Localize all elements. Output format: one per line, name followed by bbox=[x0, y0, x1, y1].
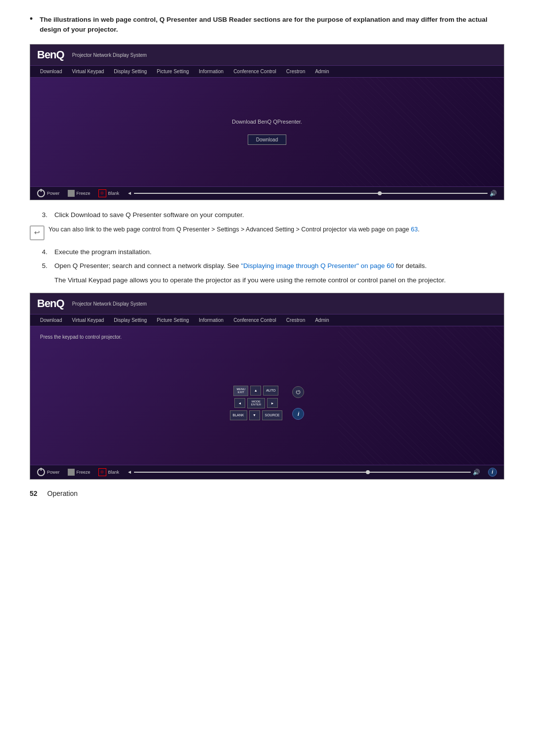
download-area: Download BenQ QPresenter. Download bbox=[232, 119, 302, 145]
note-body: You can also link to the web page contro… bbox=[48, 226, 411, 233]
benq-subtitle-2: Projector Network Display System bbox=[72, 300, 147, 307]
volume-slider-2[interactable]: ◄ 🔊 bbox=[127, 469, 480, 476]
note-period: . bbox=[418, 226, 419, 233]
nav-crestron-2[interactable]: Crestron bbox=[281, 314, 310, 326]
slider-line-2 bbox=[134, 472, 471, 473]
freeze-icon-2 bbox=[68, 469, 75, 476]
menu-exit-key[interactable]: MENU EXIT bbox=[233, 386, 248, 396]
power-icon-1 bbox=[37, 189, 45, 197]
volume-slider-1[interactable]: ◄ 🔊 bbox=[127, 190, 497, 197]
note-icon: ↩ bbox=[30, 225, 44, 240]
nav-display-setting-1[interactable]: Display Setting bbox=[109, 66, 152, 77]
freeze-icon-1 bbox=[68, 190, 75, 197]
benq-logo-text-2: BenQ bbox=[37, 297, 64, 310]
slider-dot-1 bbox=[378, 191, 382, 195]
right-controls: i bbox=[292, 386, 304, 420]
mode-enter-key[interactable]: MODE ENTER bbox=[247, 398, 265, 408]
right-arrow-key[interactable]: ► bbox=[267, 398, 278, 408]
screenshot-download: BenQ Projector Network Display System Do… bbox=[30, 44, 504, 200]
speaker-icon-1: 🔊 bbox=[490, 190, 497, 197]
nav-crestron-1[interactable]: Crestron bbox=[281, 66, 310, 77]
screenshot-keypad: BenQ Projector Network Display System Do… bbox=[30, 293, 504, 480]
blank-control-1[interactable]: ⊙ Blank bbox=[98, 189, 120, 197]
down-arrow-key[interactable]: ▼ bbox=[249, 410, 260, 420]
volume-mute-icon-2: ◄ bbox=[127, 469, 132, 475]
nav-display-setting-2[interactable]: Display Setting bbox=[109, 314, 152, 326]
nav-virtual-keypad-2[interactable]: Virtual Keypad bbox=[67, 314, 109, 326]
page-section: Operation bbox=[47, 489, 78, 497]
list-item-5: 5. Open Q Presenter; search and connect … bbox=[30, 261, 504, 271]
blank-label-1: Blank bbox=[108, 191, 120, 196]
power-control-2[interactable]: Power bbox=[37, 468, 60, 476]
nav-admin-1[interactable]: Admin bbox=[310, 66, 334, 77]
item-number-4: 4. bbox=[30, 247, 54, 257]
freeze-control-2[interactable]: Freeze bbox=[68, 469, 90, 476]
nav-picture-setting-1[interactable]: Picture Setting bbox=[152, 66, 194, 77]
nav-conference-1[interactable]: Conference Control bbox=[228, 66, 281, 77]
nav-conference-2[interactable]: Conference Control bbox=[228, 314, 281, 326]
benq-subtitle-text-1: Projector Network Display System bbox=[72, 52, 147, 58]
bullet-section: • The illustrations in web page control,… bbox=[30, 15, 504, 35]
benq-main-1: Download BenQ QPresenter. Download bbox=[30, 78, 504, 186]
slider-line-1 bbox=[134, 193, 488, 194]
info-statusbar-icon[interactable]: i bbox=[488, 468, 497, 477]
benq-logo-1: BenQ bbox=[37, 48, 72, 61]
note-text: You can also link to the web page contro… bbox=[48, 225, 504, 234]
up-arrow-key[interactable]: ▲ bbox=[250, 386, 261, 396]
nav-picture-setting-2[interactable]: Picture Setting bbox=[152, 314, 194, 326]
left-arrow-key[interactable]: ◄ bbox=[234, 398, 245, 408]
blank-label-2: Blank bbox=[108, 470, 120, 475]
keypad-row-2: ◄ MODE ENTER ► bbox=[234, 398, 278, 408]
bg-decoration-1 bbox=[338, 78, 504, 186]
bg-decoration-2 bbox=[338, 326, 504, 465]
item-5-intro: Open Q Presenter; search and connect a n… bbox=[54, 262, 241, 269]
benq-nav-1: Download Virtual Keypad Display Setting … bbox=[30, 66, 504, 78]
item-number-5: 5. bbox=[30, 261, 54, 271]
freeze-control-1[interactable]: Freeze bbox=[68, 190, 90, 197]
nav-virtual-keypad-1[interactable]: Virtual Keypad bbox=[67, 66, 109, 77]
blank-icon-1: ⊙ bbox=[98, 189, 106, 197]
list-item-3: 3. Click Download to save Q Presenter so… bbox=[30, 210, 504, 220]
power-control-1[interactable]: Power bbox=[37, 189, 60, 197]
benq-statusbar-2: Power Freeze ⊙ Blank ◄ 🔊 i bbox=[30, 465, 504, 479]
speaker-icon-2: 🔊 bbox=[473, 469, 480, 476]
bullet-dot: • bbox=[30, 14, 33, 24]
nav-information-1[interactable]: Information bbox=[194, 66, 228, 77]
info-round-key[interactable]: i bbox=[292, 408, 304, 420]
keypad-grid: MENU EXIT ▲ AUTO ◄ MODE ENTER ► BLANK ▼ bbox=[230, 386, 283, 420]
power-icon-2 bbox=[37, 468, 45, 476]
item-number-3: 3. bbox=[30, 210, 54, 220]
benq-main-2: Press the keypad to control projector. M… bbox=[30, 326, 504, 465]
auto-key[interactable]: AUTO bbox=[263, 386, 278, 396]
nav-download-1[interactable]: Download bbox=[35, 66, 67, 77]
blank-icon-2: ⊙ bbox=[98, 468, 106, 476]
blank-key[interactable]: BLANK bbox=[230, 410, 247, 420]
page-footer: 52 Operation bbox=[30, 489, 504, 497]
nav-information-2[interactable]: Information bbox=[194, 314, 228, 326]
benq-header-1: BenQ Projector Network Display System bbox=[30, 44, 504, 66]
benq-logo-2: BenQ bbox=[37, 297, 72, 310]
item-5-link[interactable]: "Displaying image through Q Presenter" o… bbox=[241, 262, 394, 269]
keypad-row-1: MENU EXIT ▲ AUTO bbox=[233, 386, 278, 396]
download-prompt-text: Download BenQ QPresenter. bbox=[232, 119, 302, 125]
keypad-row-3: BLANK ▼ SOURCE bbox=[230, 410, 283, 420]
benq-header-2: BenQ Projector Network Display System bbox=[30, 293, 504, 314]
virtual-keypad-paragraph: The Virtual Keypad page allows you to op… bbox=[30, 275, 504, 286]
volume-mute-icon-1: ◄ bbox=[127, 190, 132, 196]
note-box: ↩ You can also link to the web page cont… bbox=[30, 225, 504, 240]
power-round-key[interactable] bbox=[292, 386, 304, 398]
item-text-4: Execute the program installation. bbox=[54, 247, 504, 257]
blank-control-2[interactable]: ⊙ Blank bbox=[98, 468, 120, 476]
source-key[interactable]: SOURCE bbox=[262, 410, 283, 420]
benq-logo-text-1: BenQ bbox=[37, 48, 64, 61]
freeze-label-1: Freeze bbox=[77, 191, 90, 196]
bullet-text: The illustrations in web page control, Q… bbox=[40, 15, 504, 35]
download-button[interactable]: Download bbox=[248, 134, 286, 145]
press-keypad-text: Press the keypad to control projector. bbox=[40, 334, 122, 340]
note-link[interactable]: 63 bbox=[411, 226, 418, 233]
item-5-suffix: for details. bbox=[394, 262, 427, 269]
benq-nav-2: Download Virtual Keypad Display Setting … bbox=[30, 314, 504, 326]
power-label-1: Power bbox=[47, 191, 60, 196]
nav-download-2[interactable]: Download bbox=[35, 314, 67, 326]
nav-admin-2[interactable]: Admin bbox=[310, 314, 334, 326]
